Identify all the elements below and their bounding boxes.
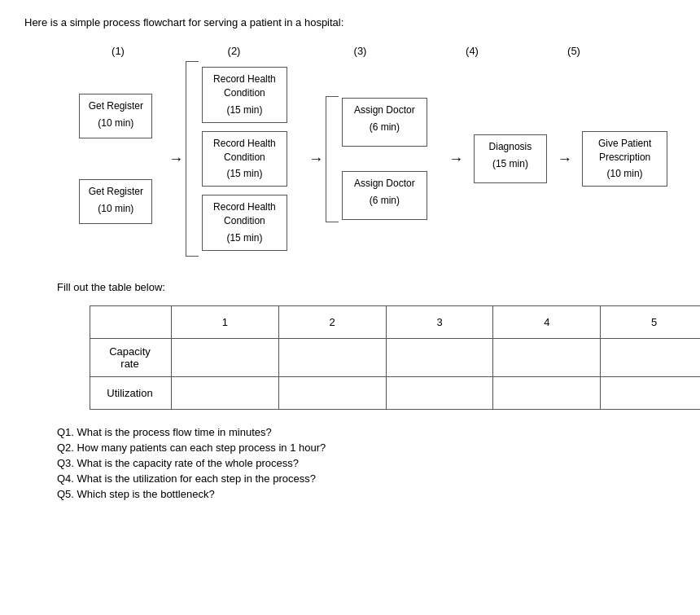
header-col-5: 5 [601, 306, 700, 339]
give-prescription-title: Give Patient Prescription [589, 137, 660, 165]
col3-group: Assign Doctor (6 min) Assign Doctor (6 m… [326, 96, 447, 222]
diagnosis-box: Diagnosis (15 min) [474, 134, 547, 183]
record-health-2-title: Record HealthCondition [209, 137, 280, 165]
col4-group: Diagnosis (15 min) [466, 134, 555, 183]
data-table: 1 2 3 4 5 Capacityrate Utilization [90, 305, 700, 410]
record-health-3-time: (15 min) [209, 231, 280, 245]
header-col-4: 4 [493, 306, 601, 339]
col3-bracket [326, 96, 339, 222]
header-col-1: 1 [172, 306, 279, 339]
utilization-1[interactable] [172, 377, 279, 410]
assign-doctor-2-time: (6 min) [349, 194, 420, 208]
table-header-row: 1 2 3 4 5 [90, 306, 701, 339]
fill-table-label: Fill out the table below: [57, 281, 676, 293]
utilization-4[interactable] [493, 377, 601, 410]
question-2: Q2. How many patients can each step proc… [57, 441, 676, 454]
col2-bracket [186, 61, 199, 257]
fill-table-section: Fill out the table below: 1 2 3 4 5 Capa… [57, 281, 676, 410]
col5-group: Give Patient Prescription (10 min) [574, 131, 676, 187]
diagnosis-title: Diagnosis [481, 140, 540, 154]
flowchart: Get Register (10 min) Get Register (10 m… [65, 61, 676, 257]
record-health-box-2: Record HealthCondition (15 min) [202, 131, 287, 187]
question-5: Q5. Which step is the bottleneck? [57, 488, 676, 500]
col-label-4: (4) [423, 45, 521, 57]
record-health-box-1: Record HealthCondition (15 min) [202, 67, 287, 122]
questions-section: Q1. What is the process flow time in min… [24, 426, 676, 500]
record-health-2-time: (15 min) [209, 167, 280, 181]
get-register-1-title: Get Register [86, 99, 145, 113]
diagnosis-time: (15 min) [481, 157, 540, 171]
capacity-rate-label: Capacityrate [90, 339, 172, 377]
assign-doctor-1-title: Assign Doctor [349, 103, 420, 117]
get-register-2-title: Get Register [86, 185, 145, 199]
assign-doctor-1-time: (6 min) [349, 121, 420, 134]
assign-doctor-2-title: Assign Doctor [349, 177, 420, 191]
col2-group: Record HealthCondition (15 min) Record H… [186, 61, 307, 257]
table-row-utilization: Utilization [90, 377, 701, 410]
record-health-3-title: Record HealthCondition [209, 200, 280, 228]
assign-doctor-box-2: Assign Doctor (6 min) [342, 171, 427, 220]
capacity-2[interactable] [278, 339, 386, 377]
capacity-5[interactable] [601, 339, 700, 377]
arrow-1-to-2: → [168, 151, 184, 168]
record-health-1-time: (15 min) [209, 103, 280, 117]
utilization-5[interactable] [601, 377, 700, 410]
question-4: Q4. What is the utilization for each ste… [57, 472, 676, 485]
col-label-2: (2) [171, 45, 297, 57]
get-register-1-time: (10 min) [86, 116, 145, 130]
utilization-2[interactable] [278, 377, 386, 410]
col-label-3: (3) [297, 45, 423, 57]
header-col-3: 3 [386, 306, 493, 339]
record-health-1-title: Record HealthCondition [209, 72, 280, 100]
header-empty [90, 306, 172, 339]
capacity-4[interactable] [493, 339, 601, 377]
give-prescription-time: (10 min) [589, 167, 660, 181]
utilization-3[interactable] [386, 377, 493, 410]
give-prescription-box: Give Patient Prescription (10 min) [582, 131, 667, 187]
intro-text: Here is a simple process flowchart for s… [24, 16, 676, 29]
col3-boxes: Assign Doctor (6 min) Assign Doctor (6 m… [342, 98, 427, 220]
col-label-5: (5) [521, 45, 627, 57]
capacity-1[interactable] [172, 339, 279, 377]
col2-boxes: Record HealthCondition (15 min) Record H… [202, 67, 287, 250]
assign-doctor-box-1: Assign Doctor (6 min) [342, 98, 427, 147]
question-1: Q1. What is the process flow time in min… [57, 426, 676, 438]
header-col-2: 2 [278, 306, 386, 339]
utilization-label: Utilization [90, 377, 172, 410]
table-row-capacity: Capacityrate [90, 339, 701, 377]
question-3: Q3. What is the capacity rate of the who… [57, 457, 676, 469]
col-label-1: (1) [65, 45, 171, 57]
arrow-2-to-3: → [308, 151, 324, 168]
capacity-3[interactable] [386, 339, 493, 377]
record-health-box-3: Record HealthCondition (15 min) [202, 195, 287, 250]
arrow-3-to-4: → [448, 151, 464, 168]
get-register-box-2: Get Register (10 min) [79, 179, 152, 224]
arrow-4-to-5: → [557, 151, 572, 168]
get-register-2-time: (10 min) [86, 202, 145, 216]
get-register-box-1: Get Register (10 min) [79, 94, 152, 138]
col1-group: Get Register (10 min) Get Register (10 m… [65, 94, 167, 224]
